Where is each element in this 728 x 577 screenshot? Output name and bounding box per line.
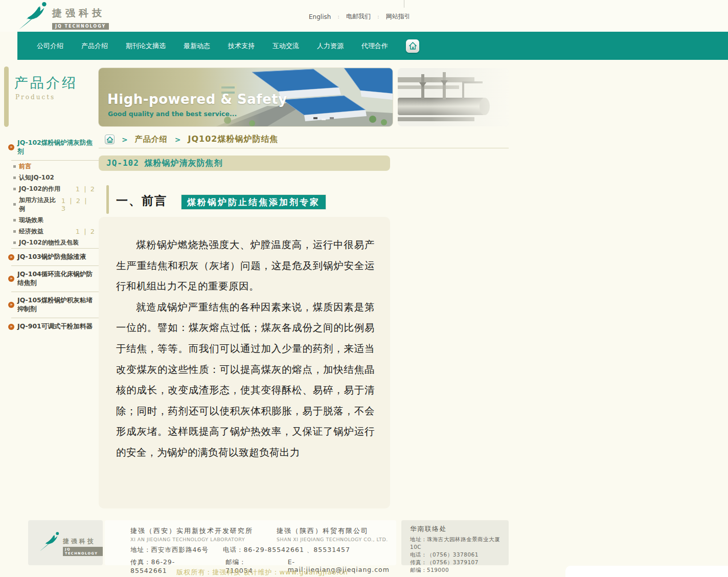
sidebar-subitem-packing[interactable]: JQ-102的物性及包装	[0, 237, 99, 248]
sidebar-item-jq102[interactable]: » JQ-102煤粉锅炉清灰防焦剂	[0, 135, 99, 160]
nav-item-news[interactable]: 最新动态	[184, 41, 210, 51]
footer-orgs: 捷强（西安）实用新技术开发研究所 XI AN JIEQIANG TECHNOLO…	[130, 526, 396, 542]
sidebar-item-jq105[interactable]: » JQ-105煤粉锅炉积灰粘堵抑制剂	[0, 292, 99, 318]
bullet-icon	[13, 176, 16, 179]
article-title-bar: JQ-102 煤粉锅炉清灰防焦剂	[99, 156, 390, 171]
section-accent-bar	[106, 185, 109, 214]
footer-address-row: 地址：西安市西影路46号 电话：86-29-85542661 、85531457	[130, 546, 396, 554]
subitem-label: JQ-102的物性及包装	[19, 238, 79, 247]
footer-contact-panel: 捷强（西安）实用新技术开发研究所 XI AN JIEQIANG TECHNOLO…	[105, 520, 396, 565]
double-chevron-icon: »	[8, 324, 14, 330]
subitem-label: 经济效益	[19, 227, 43, 236]
sidebar-subitem-economic[interactable]: 经济效益 1 | 2	[0, 226, 99, 237]
top-link-separator: :	[377, 13, 379, 20]
top-link-separator: :	[337, 13, 339, 20]
top-link-email[interactable]: 电邮我们	[346, 12, 371, 21]
sidebar-item-jq103[interactable]: » JQ-103锅炉防焦除渣液	[0, 249, 99, 265]
breadcrumb: > 产品介绍 > JQ102煤粉锅炉防结焦	[105, 134, 278, 145]
org2-name-cn: 捷强（陕西）科贸有限公司	[277, 526, 388, 536]
double-chevron-icon: »	[8, 254, 14, 260]
nav-item-hr[interactable]: 人力资源	[317, 41, 344, 51]
sidebar-subitem-site-effect[interactable]: 现场效果	[0, 214, 99, 226]
article-panel: 煤粉锅炉燃烧热强度大、炉膛温度高，运行中很易产生严重结焦和积灰（灰堵）问题，这是…	[99, 217, 390, 508]
banner-headline: High-powered & Safety	[107, 92, 287, 107]
home-icon	[107, 137, 113, 143]
main-nav: 公司介绍 产品介绍 期刊论文摘选 最新动态 技术支持 互动交流 人力资源 代理合…	[17, 32, 728, 60]
header: 捷强科技 JQ TECHNOLOGY English : 电邮我们 : 网站指引	[0, 0, 728, 32]
main-banner-image: High-powered & Safety Good quality and t…	[99, 68, 393, 126]
sidebar-subitem-about[interactable]: 认知JQ-102	[0, 172, 99, 183]
sidebar-subitem-function[interactable]: JQ-102的作用 1 | 2	[0, 183, 99, 194]
banner-tagline: Good quality and the best service...	[108, 110, 237, 118]
org1-name-cn: 捷强（西安）实用新技术开发研究所	[130, 526, 253, 536]
copyright-line: 版权所有：捷强科技 设计维护：www.guangjiao.cn	[99, 568, 426, 577]
sidebar-item-jq104[interactable]: » JQ-104循环流化床锅炉防结焦剂	[0, 266, 99, 292]
south-office-fax: 传真：（0756）3379107	[410, 559, 509, 566]
top-link-english[interactable]: English	[309, 13, 331, 20]
sidebar-subtitle: Products	[15, 94, 55, 101]
bullet-icon	[13, 241, 16, 244]
bullet-icon	[13, 188, 16, 190]
subitem-label: 认知JQ-102	[19, 173, 54, 182]
sidebar-item-label: JQ-104循环流化床锅炉防结焦剂	[17, 270, 99, 287]
footer-org1: 捷强（西安）实用新技术开发研究所 XI AN JIEQIANG TECHNOLO…	[130, 526, 253, 542]
double-chevron-icon: »	[8, 276, 14, 282]
nav-item-company[interactable]: 公司介绍	[37, 41, 63, 51]
south-office-phone: 电话：（0756）3378061	[410, 551, 509, 559]
sidebar-item-label: JQ-102煤粉锅炉清灰防焦剂	[17, 139, 99, 156]
nav-item-agency[interactable]: 代理合作	[361, 41, 388, 51]
footer-org2: 捷强（陕西）科贸有限公司 SHAN XI JIEQIANG TECHNOLOGY…	[277, 526, 388, 542]
bullet-icon	[13, 219, 16, 221]
footer-logo: 捷强科技 JQ TECHNOLOGY	[39, 531, 103, 557]
sidebar-menu: » JQ-102煤粉锅炉清灰防焦剂 前言 认知JQ-102 JQ-102的作用 …	[0, 135, 99, 335]
article-body: 煤粉锅炉燃烧热强度大、炉膛温度高，运行中很易产生严重结焦和积灰（灰堵）问题，这是…	[99, 217, 390, 463]
org2-name-en: SHAN XI JIEQIANG TECHNOLOGY CO., LTD.	[277, 537, 388, 542]
sidebar-subitem-foreword[interactable]: 前言	[0, 161, 99, 172]
nav-item-journal[interactable]: 期刊论文摘选	[126, 41, 166, 51]
footer-logo-cn: 捷强科技	[63, 538, 96, 545]
breadcrumb-item-products[interactable]: 产品介绍	[135, 135, 168, 144]
footer-logo-text: 捷强科技 JQ TECHNOLOGY	[63, 536, 103, 557]
header-divider	[404, 0, 404, 8]
section-title: 一、前言	[116, 193, 167, 209]
sidebar-title: 产品介绍	[14, 74, 78, 92]
double-chevron-icon: »	[8, 144, 14, 150]
footer-logo-panel: 捷强科技 JQ TECHNOLOGY	[28, 520, 103, 565]
home-icon	[409, 42, 417, 50]
sidebar-item-label: JQ-901可调式干粉加料器	[17, 322, 93, 331]
south-office-title: 华南联络处	[410, 525, 509, 534]
nav-item-interaction[interactable]: 互动交流	[272, 41, 299, 51]
nav-home-button[interactable]	[406, 39, 419, 53]
breadcrumb-item-current: JQ102煤粉锅炉防结焦	[188, 134, 278, 145]
sidebar-item-jq901[interactable]: » JQ-901可调式干粉加料器	[0, 318, 99, 335]
header-logo[interactable]: 捷强科技 JQ TECHNOLOGY	[18, 2, 109, 30]
footer-address: 地址：西安市西影路46号	[130, 546, 209, 554]
article-paragraph: 就造成锅炉严重结焦的各种因素来说，煤质因素是第一位的。譬如：煤灰熔点过低；煤灰各…	[116, 297, 375, 463]
org1-name-en: XI AN JIEQIANG TECHNOLOGY LABORATORY	[130, 537, 253, 542]
subitem-pagination[interactable]: 1 | 2	[76, 228, 96, 235]
bullet-icon	[13, 203, 16, 206]
breadcrumb-home-button[interactable]	[105, 135, 115, 144]
logo-text: 捷强科技 JQ TECHNOLOGY	[52, 7, 109, 30]
footer-south-office-panel: 华南联络处 地址：珠海吉大园林路金景商业大厦10C 电话：（0756）33780…	[401, 520, 509, 565]
corner-decoration	[565, 566, 728, 577]
double-chevron-icon: »	[8, 302, 14, 308]
article-title: JQ-102 煤粉锅炉清灰防焦剂	[99, 158, 222, 169]
subitem-label: 前言	[19, 162, 31, 171]
breadcrumb-divider	[99, 148, 509, 148]
breadcrumb-separator: >	[122, 136, 128, 144]
article-paragraph: 煤粉锅炉燃烧热强度大、炉膛温度高，运行中很易产生严重结焦和积灰（灰堵）问题，这是…	[116, 235, 375, 297]
sidebar-subitem-usage[interactable]: 加用方法及比例 1 | 2 | 3	[0, 194, 99, 214]
bullet-icon	[13, 230, 16, 233]
logo-en: JQ TECHNOLOGY	[52, 23, 109, 30]
south-office-address: 地址：珠海吉大园林路金景商业大厦10C	[410, 536, 509, 551]
subitem-label: 加用方法及比例	[19, 196, 61, 213]
top-link-sitemap[interactable]: 网站指引	[386, 12, 411, 21]
logo-cn: 捷强科技	[52, 7, 105, 18]
subitem-pagination[interactable]: 1 | 2 | 3	[61, 197, 96, 212]
subitem-pagination[interactable]: 1 | 2	[76, 185, 96, 193]
nav-item-support[interactable]: 技术支持	[228, 41, 255, 51]
top-links: English : 电邮我们 : 网站指引	[309, 12, 411, 21]
nav-item-products[interactable]: 产品介绍	[81, 41, 108, 51]
bullet-icon	[13, 165, 16, 168]
